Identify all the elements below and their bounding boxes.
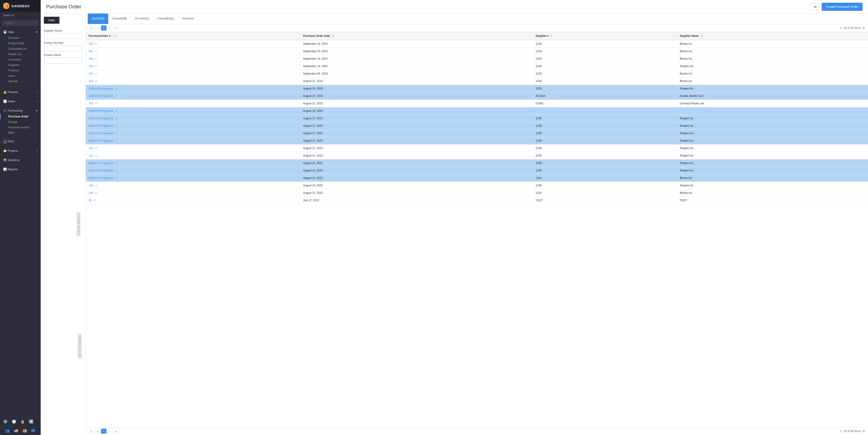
page-last-button-bottom[interactable]: » [113,429,119,434]
sidebar-item-purchase-invoice[interactable]: Purchase Invoice [0,125,41,130]
expand-icon[interactable]: ↗ [115,117,117,120]
sidebar-item-reports[interactable]: 📊 Reports [0,166,41,173]
tab-cancelled[interactable]: Cancelled(2) [153,13,178,24]
po-link[interactable]: 331 [89,50,93,53]
sidebar-item-people-list[interactable]: People List [0,52,41,57]
refresh-button-bottom[interactable]: ↻ [863,429,865,433]
po-link[interactable]: Submit For Approval [89,124,113,127]
po-link[interactable]: Submit For Approval [89,139,113,142]
expand-icon[interactable]: ↗ [93,199,95,202]
sidebar-item-inventory[interactable]: 📦 Inventory › [0,157,41,163]
factory-icon[interactable]: 🏭 [22,429,27,433]
sidebar-item-rma[interactable]: RMA [0,130,41,135]
clock-icon[interactable]: 🕐 [12,420,16,424]
po-link[interactable]: Submit For Approval [89,132,113,135]
expand-icon[interactable]: ↗ [115,169,117,172]
po-link[interactable]: 330 [89,57,93,60]
po-number-sort-icon[interactable]: ↕ ▼ [112,35,116,37]
tab-archived[interactable]: Archived [178,13,198,24]
product-number-input[interactable] [44,45,83,51]
logout-icon[interactable]: ↗️ [29,420,33,424]
expand-icon[interactable]: ↗ [115,139,117,142]
po-link[interactable]: 114 [89,146,93,150]
po-link[interactable]: Submit For Approval [89,87,113,90]
expand-icon[interactable]: ↗ [95,65,97,68]
sidebar-item-pos[interactable]: 🖥️ POS [0,138,41,145]
sidebar-item-products[interactable]: Products [0,68,41,73]
truck-icon[interactable]: 🚚 [14,429,18,433]
po-link[interactable]: 108 [89,184,93,187]
po-link[interactable]: Submit For Approval [89,94,113,98]
expand-icon[interactable]: ↗ [115,109,117,112]
sidebar-search[interactable] [2,20,38,26]
expand-icon[interactable]: ↗ [95,57,97,60]
lock-icon[interactable]: 🔒 [20,420,25,424]
po-link[interactable]: 322 [89,72,93,75]
toggle-button[interactable]: ⇆ [811,3,819,10]
page-last-button[interactable]: » [113,26,119,31]
page-1-button-bottom[interactable]: 1 [101,429,107,434]
sidebar-item-suppliers[interactable]: Suppliers [0,62,41,68]
page-prev-button[interactable]: ‹ [95,26,100,31]
create-purchase-order-button[interactable]: Create Purchase Order [822,3,863,11]
expand-icon[interactable]: ↗ [115,177,117,179]
sidebar-item-product-files[interactable]: Product Files [0,41,41,46]
expand-icon[interactable]: ↗ [115,125,117,127]
page-1-button[interactable]: 1 [101,26,107,31]
expand-icon[interactable]: ↗ [115,95,117,97]
filter-button[interactable]: Filter [44,17,59,24]
supplier-num-filter-icon[interactable]: ▼ [550,35,553,37]
page-prev-button-bottom[interactable]: ‹ [95,429,100,434]
expand-icon[interactable]: ↗ [95,42,97,45]
expand-icon[interactable]: ↗ [115,87,117,90]
po-link[interactable]: 332 [89,42,93,45]
expand-icon[interactable]: ↗ [95,102,97,105]
po-link[interactable]: 318 [89,79,93,83]
sidebar-item-sales[interactable]: 📈 Sales › [0,98,41,105]
tab-open[interactable]: Open(36) [88,13,108,24]
expand-icon[interactable]: ↗ [95,147,97,149]
sidebar-item-overview[interactable]: Overview [0,35,41,41]
expand-icon[interactable]: ↗ [95,192,97,194]
product-name-input[interactable] [44,58,83,64]
box-icon[interactable]: 📫 [31,429,35,433]
sidebar-item-projects[interactable]: 📁 Projects › [0,147,41,154]
sidebar-item-customers[interactable]: Customers [0,57,41,62]
po-link[interactable]: Submit For Approval [89,176,113,179]
people-icon[interactable]: 👥 [5,429,10,433]
tab-closed[interactable]: Closed(99) [108,13,131,24]
sidebar-item-purchase-order[interactable]: Purchase Order [0,114,41,119]
po-link[interactable]: Submit For Approval [89,162,113,165]
po-date-filter-icon[interactable]: ▼ [332,35,334,37]
demo-selector[interactable]: Demo ▾ [0,12,41,19]
po-link[interactable]: Submit For Approval [89,109,113,112]
expand-icon[interactable]: ↗ [95,80,97,82]
po-link[interactable]: Submit For Approval [89,169,113,172]
page-first-button[interactable]: « [89,26,94,31]
expand-icon[interactable]: ↗ [95,50,97,53]
expand-icon[interactable]: ↗ [115,132,117,135]
po-link[interactable]: 314 [89,102,93,105]
refresh-button-top[interactable]: ↻ [863,26,865,30]
po-link[interactable]: Submit For Approval [89,117,113,120]
expand-icon[interactable]: ↗ [95,72,97,75]
page-next-button-bottom[interactable]: › [107,429,112,434]
sidebar-item-receipt[interactable]: Receipt [0,119,41,125]
sidebar-item-data[interactable]: 💾 Data ▾ [0,29,41,35]
supplier-name-input[interactable] [44,33,83,39]
sidebar-item-users[interactable]: Users [0,73,41,78]
settings-icon[interactable]: ⚙️ [3,420,8,424]
sidebar-item-purchasing[interactable]: 🛒 Purchasing ▾ [0,107,41,114]
sidebar-item-companies-list[interactable]: Companies List [0,46,41,52]
tab-on-hold[interactable]: On Hold(1) [131,13,153,24]
po-link[interactable]: 113 [89,154,93,157]
page-first-button-bottom[interactable]: « [89,429,94,434]
expand-icon[interactable]: ↗ [95,154,97,157]
expand-icon[interactable]: ↗ [95,184,97,187]
expand-icon[interactable]: ↗ [115,162,117,164]
sidebar-item-uploads[interactable]: Uploads [0,78,41,84]
supplier-name-filter-icon[interactable]: ▼ [701,35,703,37]
po-link[interactable]: 104 [89,191,93,195]
po-link[interactable]: 85 [89,199,92,202]
page-next-button[interactable]: › [107,26,112,31]
